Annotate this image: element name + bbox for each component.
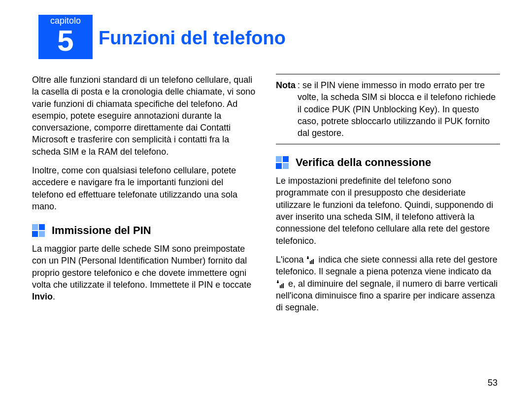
signal-full-icon: [277, 280, 285, 288]
signal-icon: [307, 256, 315, 264]
chapter-title: Funzioni del telefono: [99, 28, 286, 49]
chapter-badge: capitolo 5: [38, 15, 93, 59]
svg-rect-8: [281, 284, 282, 288]
paragraph: Inoltre, come con qualsiasi telefono cel…: [32, 165, 256, 212]
svg-rect-3: [311, 260, 312, 264]
page: capitolo 5 Funzioni del telefono Oltre a…: [0, 0, 532, 399]
note-box: Nota : se il PIN viene immesso in modo e…: [276, 74, 500, 144]
svg-rect-9: [283, 283, 284, 288]
paragraph: La maggior parte delle schede SIM sono p…: [32, 243, 256, 302]
section-bullet-icon: [32, 224, 45, 237]
right-column: Nota : se il PIN viene immesso in modo e…: [276, 74, 500, 320]
heading-text: Immissione del PIN: [52, 223, 151, 238]
paragraph: Le impostazioni predefinite del telefono…: [276, 175, 500, 247]
chapter-number: 5: [38, 26, 93, 56]
section-bullet-icon: [276, 156, 289, 169]
paragraph: Oltre alle funzioni standard di un telef…: [32, 74, 256, 158]
svg-rect-4: [313, 259, 314, 264]
svg-rect-2: [310, 261, 311, 264]
svg-rect-6: [277, 282, 279, 283]
page-number: 53: [488, 378, 498, 388]
section-heading-immissione: Immissione del PIN: [32, 223, 256, 238]
svg-rect-1: [307, 258, 309, 259]
heading-text: Verifica della connessione: [296, 155, 431, 170]
section-heading-verifica: Verifica della connessione: [276, 155, 500, 170]
svg-rect-7: [280, 285, 281, 288]
note-label: Nota: [276, 79, 296, 139]
note-text: : se il PIN viene immesso in modo errato…: [296, 79, 500, 139]
body-columns: Oltre alle funzioni standard di un telef…: [32, 74, 500, 320]
paragraph: L'icona indica che siete connessi alla r…: [276, 254, 500, 313]
left-column: Oltre alle funzioni standard di un telef…: [32, 74, 256, 320]
